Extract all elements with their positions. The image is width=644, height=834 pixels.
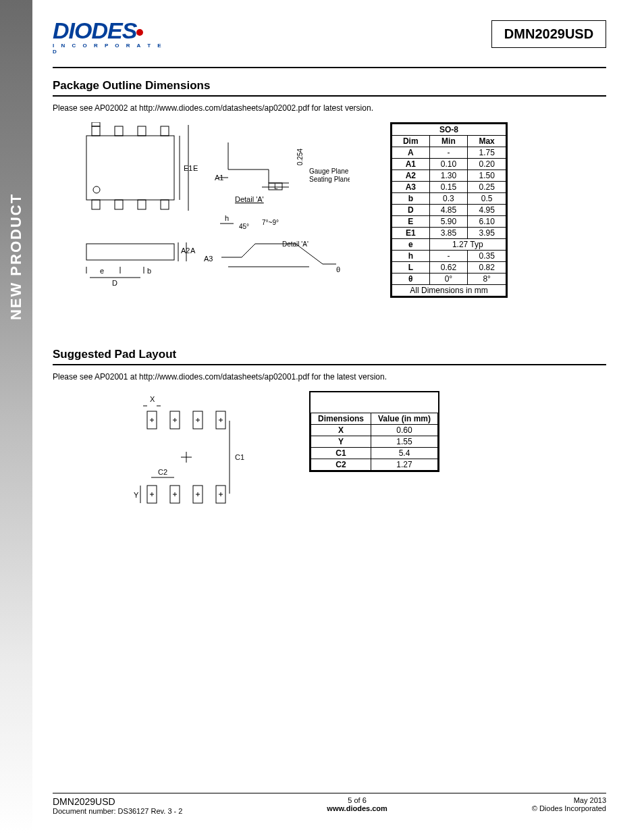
table-row: A30.150.25	[392, 181, 506, 192]
svg-rect-1	[92, 126, 100, 136]
cell-min: 0.10	[429, 158, 468, 170]
table-row: A10.100.20	[392, 158, 506, 170]
label-C1: C1	[235, 453, 244, 461]
cell-max: 4.95	[468, 204, 506, 215]
table-row: Y1.55	[311, 436, 438, 447]
section1-note: Please see AP02002 at http://www.diodes.…	[53, 103, 606, 113]
label-D: D	[112, 279, 117, 287]
cell-min: 0°	[429, 273, 468, 284]
col-min: Min	[429, 135, 468, 147]
table-row: E5.906.10	[392, 215, 506, 227]
cell-dim: A3	[392, 181, 430, 192]
label-detail-a2: Detail 'A'	[282, 240, 308, 248]
cell-dim: X	[311, 424, 371, 436]
cell-dim: θ	[392, 273, 430, 284]
cell-dim: E	[392, 215, 430, 227]
label-b: b	[147, 267, 151, 275]
cell-dim: E1	[392, 227, 430, 238]
cell-max: 0.82	[468, 261, 506, 273]
cell-dim: A	[392, 147, 430, 158]
label-gauge-plane: Gauge Plane	[309, 167, 349, 175]
logo-main-text: DIODES	[53, 18, 136, 43]
sidebar-new-product: NEW PRODUCT	[0, 0, 32, 834]
pad-col-val: Value (in mm)	[371, 413, 438, 424]
label-E: E	[193, 164, 198, 172]
logo-text: DIODES	[53, 20, 167, 41]
cell-dim: b	[392, 192, 430, 204]
pad-layout-figure: X C1 C2 Y	[134, 391, 255, 519]
svg-rect-3	[115, 126, 123, 136]
label-7-9deg: 7°~9°	[262, 219, 279, 226]
so8-table-footer: All Dimensions in mm	[392, 284, 506, 296]
footer-part: DMN2029USD	[53, 796, 182, 807]
so8-dimensions-table: SO-8 Dim Min Max A-1.75A10.100.20A21.301…	[392, 124, 506, 296]
pad-dimensions-table: Dimensions Value (in mm) X0.60Y1.55C15.4…	[311, 413, 438, 471]
cell-dim: C1	[311, 447, 371, 459]
label-A1: A1	[215, 174, 223, 182]
section1-title: Package Outline Dimensions	[53, 76, 606, 97]
footer-docnum: Document number: DS36127 Rev. 3 - 2	[53, 807, 182, 815]
label-e: e	[100, 267, 104, 275]
sidebar-label: NEW PRODUCT	[7, 193, 25, 320]
table-row: X0.60	[311, 424, 438, 436]
pad-table-wrapper: Dimensions Value (in mm) X0.60Y1.55C15.4…	[309, 391, 439, 472]
cell-dim: A2	[392, 170, 430, 181]
cell-min: 0.3	[429, 192, 468, 204]
cell-dim: e	[392, 238, 430, 250]
table-row: h-0.35	[392, 250, 506, 261]
label-0254: 0.254	[296, 148, 304, 165]
cell-min: 0.15	[429, 181, 468, 192]
table-row: e1.27 Typ	[392, 238, 506, 250]
cell-dim: h	[392, 250, 430, 261]
page-content: DIODES I N C O R P O R A T E D DMN2029US…	[53, 20, 606, 519]
svg-rect-6	[92, 200, 100, 209]
svg-rect-2	[92, 122, 100, 126]
pad-svg: X C1 C2 Y	[134, 391, 255, 519]
cell-min: -	[429, 250, 468, 261]
cell-min: 5.90	[429, 215, 468, 227]
cell-max: 0.35	[468, 250, 506, 261]
cell-val: 0.60	[371, 424, 438, 436]
cell-dim: A1	[392, 158, 430, 170]
svg-rect-8	[138, 200, 146, 209]
cell-val: 5.4	[371, 447, 438, 459]
table-row: θ0°8°	[392, 273, 506, 284]
label-A2: A2	[181, 246, 190, 255]
cell-dim: D	[392, 204, 430, 215]
cell-max: 3.95	[468, 227, 506, 238]
section2-note: Please see AP02001 at http://www.diodes.…	[53, 372, 606, 382]
footer-mid: 5 of 6 www.diodes.com	[327, 796, 387, 815]
so8-table-wrapper: SO-8 Dim Min Max A-1.75A10.100.20A21.301…	[390, 122, 508, 298]
logo-sub-text: I N C O R P O R A T E D	[53, 43, 167, 55]
svg-rect-9	[161, 200, 169, 209]
footer-right: May 2013 © Diodes Incorporated	[532, 796, 606, 815]
svg-rect-5	[161, 126, 169, 136]
svg-rect-4	[138, 126, 146, 136]
cell-min: 4.85	[429, 204, 468, 215]
cell-max: 0.25	[468, 181, 506, 192]
label-seating-plane: Seating Plane	[309, 176, 350, 183]
col-dim: Dim	[392, 135, 430, 147]
table-row: C21.27	[311, 459, 438, 470]
table-row: E13.853.95	[392, 227, 506, 238]
table-row: D4.854.95	[392, 204, 506, 215]
cell-max: 0.5	[468, 192, 506, 204]
cell-max: 1.50	[468, 170, 506, 181]
header-row: DIODES I N C O R P O R A T E D DMN2029US…	[53, 20, 606, 55]
pad-col-dim: Dimensions	[311, 413, 371, 424]
logo-dot-icon	[136, 29, 143, 36]
cell-dim: L	[392, 261, 430, 273]
svg-point-10	[93, 186, 100, 193]
label-h: h	[225, 214, 229, 222]
label-45deg: 45°	[239, 223, 249, 230]
footer-left: DMN2029USD Document number: DS36127 Rev.…	[53, 796, 182, 815]
so8-table-title: SO-8	[392, 124, 506, 135]
table-row: L0.620.82	[392, 261, 506, 273]
label-X: X	[150, 395, 155, 403]
label-detail-a: Detail 'A'	[235, 195, 264, 203]
company-logo: DIODES I N C O R P O R A T E D	[53, 20, 167, 55]
package-svg: E1 E A1 L Detail 'A' 0.254 Gauge Plane S…	[53, 122, 350, 298]
svg-rect-16	[86, 244, 174, 260]
cell-max: 6.10	[468, 215, 506, 227]
label-A: A	[190, 246, 196, 255]
